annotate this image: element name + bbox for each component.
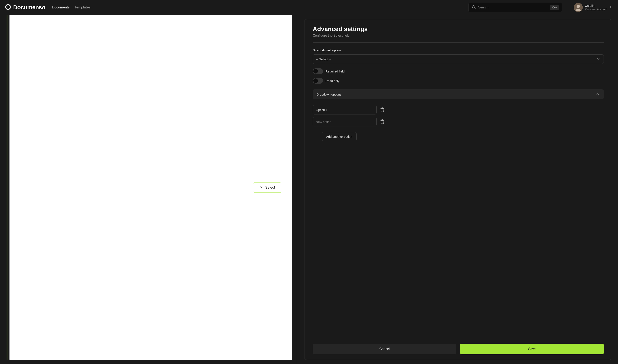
svg-point-2 xyxy=(472,6,475,8)
select-field-widget[interactable]: Select xyxy=(253,182,281,193)
footer-buttons: Cancel Save xyxy=(313,344,604,354)
option-input[interactable] xyxy=(313,105,377,115)
search-bar[interactable]: ⌘+K xyxy=(468,3,562,12)
document-page[interactable]: Select xyxy=(10,15,292,360)
field-label: Select xyxy=(265,185,275,190)
account-menu[interactable]: Catalin Personal Account xyxy=(574,3,613,12)
account-name: Catalin xyxy=(585,4,607,8)
search-shortcut: ⌘+K xyxy=(550,5,559,10)
svg-point-4 xyxy=(577,5,580,8)
readonly-toggle-row: Read only xyxy=(313,78,604,84)
nav-documents[interactable]: Documents xyxy=(52,5,70,10)
trash-icon[interactable] xyxy=(380,119,385,124)
accent-bar xyxy=(7,15,7,360)
main-nav: Documents Templates xyxy=(52,5,91,10)
cancel-button[interactable]: Cancel xyxy=(313,344,456,354)
dropdown-options-label: Dropdown options xyxy=(316,93,341,96)
logo-icon xyxy=(5,4,11,11)
account-text: Catalin Personal Account xyxy=(585,4,607,11)
save-button[interactable]: Save xyxy=(460,344,604,354)
brand-name: Documenso xyxy=(13,4,45,11)
default-option-label: Select default option xyxy=(313,48,604,52)
default-option-value: -- Select -- xyxy=(316,57,331,61)
panel-subtitle: Configure the Select field xyxy=(313,34,604,38)
chevron-up-down-icon xyxy=(609,5,613,10)
chevron-up-icon xyxy=(595,92,600,97)
trash-icon[interactable] xyxy=(380,107,385,112)
option-row xyxy=(313,117,604,126)
chevron-down-icon xyxy=(597,57,600,61)
document-preview: Select xyxy=(0,15,297,364)
dropdown-options-header[interactable]: Dropdown options xyxy=(313,89,604,99)
divider xyxy=(313,42,604,43)
settings-panel-wrap: Advanced settings Configure the Select f… xyxy=(297,15,618,364)
chevron-down-icon xyxy=(260,185,263,190)
svg-point-1 xyxy=(7,6,9,8)
add-option-button[interactable]: Add another option xyxy=(322,132,357,141)
default-option-select[interactable]: -- Select -- xyxy=(313,54,604,64)
main-area: Select Advanced settings Configure the S… xyxy=(0,15,618,364)
account-sub: Personal Account xyxy=(585,8,607,11)
required-toggle-row: Required field xyxy=(313,68,604,74)
option-input[interactable] xyxy=(313,117,377,126)
search-icon xyxy=(471,5,476,10)
avatar xyxy=(574,3,583,12)
search-input[interactable] xyxy=(478,6,548,9)
required-toggle[interactable] xyxy=(313,68,323,74)
nav-templates[interactable]: Templates xyxy=(75,5,91,10)
required-label: Required field xyxy=(326,70,345,73)
panel-title: Advanced settings xyxy=(313,26,604,33)
option-row xyxy=(313,105,604,115)
app-header: Documenso Documents Templates ⌘+K Catali… xyxy=(0,0,618,15)
readonly-toggle[interactable] xyxy=(313,78,323,84)
settings-panel: Advanced settings Configure the Select f… xyxy=(304,19,612,360)
readonly-label: Read only xyxy=(326,79,340,83)
brand-group[interactable]: Documenso xyxy=(5,4,45,11)
